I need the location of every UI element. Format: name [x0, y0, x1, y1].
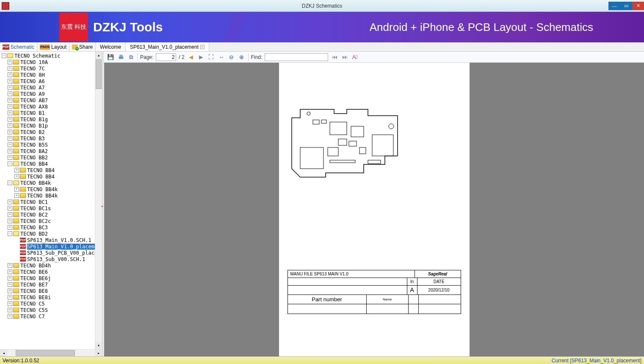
expander-icon[interactable]: +: [8, 98, 12, 103]
page-input[interactable]: [156, 53, 176, 61]
expander-icon[interactable]: −: [8, 181, 12, 185]
tree-folder[interactable]: −TECNO BD2: [0, 231, 102, 237]
find-input[interactable]: [265, 53, 328, 61]
tree-folder[interactable]: +TECNO B5S: [0, 142, 102, 148]
tree-folder[interactable]: +TECNO BA2: [0, 148, 102, 154]
tree-file[interactable]: PDFSP613_Sub_V00.SCH.1: [0, 256, 102, 262]
tree-folder[interactable]: +TECNO 7C: [0, 65, 102, 72]
tree-folder[interactable]: +TECNO C5S: [0, 307, 102, 313]
expander-icon[interactable]: +: [8, 60, 12, 64]
doctab-current[interactable]: SP613_Main_V1.0_placement ×: [126, 42, 209, 51]
tree-folder[interactable]: −TECNO BB4k: [0, 180, 102, 186]
doctab-close-icon[interactable]: ×: [200, 45, 205, 49]
tree-folder[interactable]: +TECNO AB7: [0, 97, 102, 103]
tree-folder[interactable]: +TECNO BB4: [0, 167, 102, 173]
expander-icon[interactable]: +: [8, 104, 12, 109]
tree-folder[interactable]: +TECNO BC3: [0, 224, 102, 231]
expander-icon[interactable]: +: [8, 111, 12, 115]
expander-icon[interactable]: +: [8, 276, 12, 281]
expander-icon[interactable]: −: [2, 53, 6, 58]
tree-folder[interactable]: +TECNO BB4: [0, 173, 102, 180]
expander-icon[interactable]: −: [8, 231, 12, 236]
expander-icon[interactable]: +: [8, 85, 12, 90]
text-size-icon[interactable]: Aͣ: [351, 53, 359, 61]
tree-folder[interactable]: −TECNO Schematic: [0, 53, 102, 59]
save-icon[interactable]: 💾: [107, 53, 114, 61]
expander-icon[interactable]: +: [8, 314, 12, 319]
tree-folder[interactable]: +TECNO B2: [0, 129, 102, 135]
expander-icon[interactable]: +: [8, 155, 12, 160]
tree-folder[interactable]: +TECNO BD4h: [0, 262, 102, 269]
expander-icon[interactable]: +: [14, 187, 19, 192]
expander-icon[interactable]: +: [8, 282, 12, 287]
minimize-button[interactable]: —: [608, 2, 620, 10]
expander-icon[interactable]: +: [8, 136, 12, 141]
tab-schematic[interactable]: PDF Schematic: [0, 42, 37, 51]
expander-icon[interactable]: +: [8, 219, 12, 223]
expander-icon[interactable]: +: [8, 79, 12, 83]
expander-icon[interactable]: +: [8, 72, 12, 77]
expander-icon[interactable]: +: [8, 206, 12, 211]
maximize-button[interactable]: ▭: [620, 2, 632, 10]
tree-folder[interactable]: +TECNO BB2: [0, 154, 102, 161]
expander-icon[interactable]: +: [14, 168, 19, 172]
tree-file[interactable]: PDFSP613_Main_V1.0_placement: [0, 243, 102, 250]
tree-folder[interactable]: +TECNO 8H: [0, 72, 102, 78]
tree-folder[interactable]: +TECNO B1g: [0, 116, 102, 122]
expander-icon[interactable]: +: [14, 174, 19, 179]
tree-folder[interactable]: +TECNO C7: [0, 313, 102, 320]
next-page-icon[interactable]: ▶: [197, 53, 205, 61]
expander-icon[interactable]: −: [8, 161, 12, 166]
zoom-out-icon[interactable]: ⊖: [228, 53, 235, 61]
tree-folder[interactable]: +TECNO A6: [0, 78, 102, 84]
expander-icon[interactable]: +: [8, 212, 12, 217]
tab-layout[interactable]: PADS Layout: [37, 42, 69, 51]
viewer[interactable]: MANU FILE SP613 MAIN V1.0 SageReal In DA…: [104, 63, 644, 356]
tree-folder[interactable]: +TECNO BB4k: [0, 192, 102, 199]
tree-folder[interactable]: +TECNO A9: [0, 91, 102, 97]
tree-folder[interactable]: +TECNO BC1s: [0, 205, 102, 211]
expander-icon[interactable]: +: [8, 149, 12, 153]
tree-folder[interactable]: +TECNO BC2: [0, 211, 102, 218]
scroll-up-button[interactable]: ▴: [95, 52, 102, 59]
scroll-right-button[interactable]: ▸: [95, 350, 102, 356]
expander-icon[interactable]: +: [8, 270, 12, 274]
tree-folder[interactable]: +TECNO BC1: [0, 199, 102, 205]
tree-hscroll[interactable]: ◂ ▸: [0, 349, 102, 356]
tree-folder[interactable]: +TECNO AX8: [0, 103, 102, 110]
hscroll-thumb[interactable]: [16, 350, 75, 356]
tree-folder[interactable]: −TECNO BB4: [0, 161, 102, 167]
expander-icon[interactable]: +: [8, 117, 12, 122]
tree-folder[interactable]: +TECNO BE6j: [0, 275, 102, 281]
fit-page-icon[interactable]: ⛶: [207, 53, 215, 61]
tree-file[interactable]: PDFSP613_Main_V1.0.SCH.1: [0, 237, 102, 243]
expander-icon[interactable]: +: [8, 263, 12, 268]
tree-folder[interactable]: +TECNO BE8i: [0, 294, 102, 300]
tree-folder[interactable]: +TECNO BE7: [0, 281, 102, 288]
tree-folder[interactable]: +TECNO 10A: [0, 59, 102, 65]
tree-folder[interactable]: +TECNO C5: [0, 300, 102, 307]
close-button[interactable]: ✕: [632, 2, 644, 10]
tree-folder[interactable]: +TECNO BE8: [0, 288, 102, 294]
expander-icon[interactable]: +: [8, 92, 12, 96]
expander-icon[interactable]: +: [8, 130, 12, 134]
scroll-thumb[interactable]: [96, 59, 102, 89]
expander-icon[interactable]: +: [8, 200, 12, 204]
splitter[interactable]: [102, 52, 104, 356]
tree-folder[interactable]: +TECNO B1: [0, 110, 102, 116]
tree-folder[interactable]: +TECNO A7: [0, 84, 102, 91]
doctab-welcome[interactable]: Welcome: [96, 42, 126, 51]
tree-folder[interactable]: +TECNO BC2c: [0, 218, 102, 224]
tree-vscroll[interactable]: ▴ ▾: [95, 52, 102, 349]
expander-icon[interactable]: +: [14, 193, 19, 198]
print-icon[interactable]: 🖶: [117, 53, 124, 61]
scroll-down-button[interactable]: ▾: [95, 342, 102, 349]
scroll-left-button[interactable]: ◂: [0, 350, 7, 356]
fit-width-icon[interactable]: ↔: [218, 53, 225, 61]
tree-folder[interactable]: +TECNO BE6: [0, 269, 102, 275]
tree-folder[interactable]: +TECNO B3: [0, 135, 102, 142]
find-prev-icon[interactable]: ⏮: [331, 53, 338, 61]
expander-icon[interactable]: +: [8, 225, 12, 230]
prev-page-icon[interactable]: ◀: [187, 53, 195, 61]
tree-folder[interactable]: +TECNO BB4k: [0, 186, 102, 192]
